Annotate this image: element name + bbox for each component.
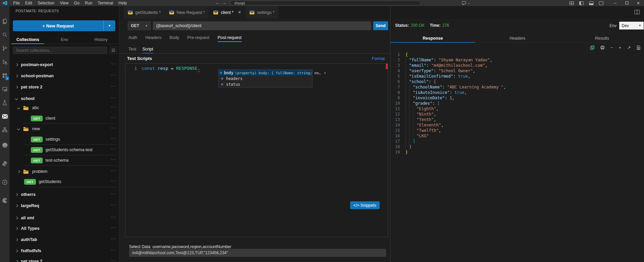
request-test-schema[interactable]: GETtest-schema··· — [9, 156, 119, 165]
tab-test[interactable]: Test — [128, 47, 136, 54]
row-actions-icon[interactable]: ··· — [111, 146, 116, 151]
request-getstudents[interactable]: GETgetStudents··· — [9, 177, 119, 186]
open-external-icon[interactable]: ↗ — [627, 45, 631, 50]
menu-selection[interactable]: Selection — [35, 0, 57, 6]
collection-fsdfsdfsfs[interactable]: fsdfsdfsfs··· — [9, 246, 119, 255]
autocomplete-item-body[interactable]: ⊘body(property) body: { fullName: string… — [219, 70, 312, 76]
source-control-icon[interactable] — [0, 43, 9, 54]
toggle-sidebar-icon[interactable] — [579, 1, 584, 5]
menu-go[interactable]: Go — [71, 0, 82, 6]
copy-icon[interactable] — [590, 45, 595, 50]
format-link[interactable]: Format — [372, 56, 385, 61]
copilot-dropdown-icon[interactable]: ⌄ — [467, 2, 470, 5]
row-actions-icon[interactable]: ··· — [111, 104, 116, 109]
editor-tab-getstudents[interactable]: getStudents * — [124, 6, 165, 19]
row-actions-icon[interactable]: ··· — [111, 178, 116, 183]
autocomplete-item-headers[interactable]: ⊘headers — [219, 76, 312, 81]
collection-all-xml[interactable]: all xml··· — [9, 214, 119, 222]
monkey-icon[interactable] — [0, 140, 9, 150]
autocomplete-item-status[interactable]: ⊘status — [219, 81, 312, 87]
row-actions-icon[interactable]: ··· — [111, 136, 116, 141]
method-dropdown[interactable]: GET ▼ — [128, 21, 151, 30]
row-actions-icon[interactable]: ··· — [111, 236, 116, 241]
run-debug-icon[interactable] — [0, 57, 9, 67]
window-restore-button[interactable] — [621, 1, 632, 5]
editor-tab-newrequest[interactable]: New Request * — [165, 6, 209, 19]
python-icon[interactable] — [0, 159, 9, 169]
url-input[interactable] — [153, 21, 371, 30]
select-data-input[interactable] — [129, 249, 386, 257]
editor-tab-client[interactable]: client *✕ — [209, 6, 245, 19]
send-button[interactable]: Send — [373, 21, 388, 30]
request-settings[interactable]: GETsettings··· — [9, 135, 119, 144]
collection-postman-export[interactable]: postman-export··· — [9, 60, 119, 69]
command-center-search[interactable]: shyapi — [230, 1, 420, 5]
row-actions-icon[interactable]: ··· — [111, 61, 116, 66]
response-tab-results[interactable]: Results — [560, 34, 644, 42]
row-actions-icon[interactable]: ··· — [111, 125, 116, 130]
collection-school-postman[interactable]: school-postman··· — [9, 72, 119, 80]
extensions-icon[interactable]: 1 — [0, 70, 9, 81]
collections-menu-button[interactable] — [110, 47, 117, 54]
toggle-panel-icon[interactable] — [589, 1, 593, 5]
copilot-icon[interactable]: ⌄ — [462, 1, 474, 5]
sidebar-tab-collections[interactable]: Collections — [9, 35, 46, 44]
window-minimize-button[interactable]: ─ — [609, 1, 621, 5]
expand-plus-icon[interactable]: + — [619, 45, 622, 50]
sidebar-tab-env[interactable]: Env — [46, 35, 83, 44]
close-icon[interactable]: ✕ — [238, 10, 241, 15]
customize-layout-icon[interactable] — [569, 1, 574, 5]
folder-new[interactable]: new··· — [9, 124, 119, 133]
row-actions-icon[interactable]: ··· — [111, 95, 116, 100]
sidebar-tab-history[interactable]: History — [83, 35, 119, 44]
request-client[interactable]: GETclient··· — [9, 114, 119, 123]
window-close-button[interactable]: ✕ — [632, 1, 644, 5]
row-actions-icon[interactable]: ··· — [111, 191, 116, 196]
collection-authtab[interactable]: authTab··· — [9, 235, 119, 244]
testing-icon[interactable] — [0, 98, 9, 108]
tab-body[interactable]: Body — [169, 35, 179, 42]
row-actions-icon[interactable]: ··· — [111, 157, 116, 162]
row-actions-icon[interactable]: ··· — [111, 225, 116, 230]
menu-run[interactable]: Run — [82, 0, 95, 6]
menu-edit[interactable]: Edit — [22, 0, 35, 6]
menu-view[interactable]: View — [57, 0, 71, 6]
chevron-right-icon[interactable]: › — [324, 70, 326, 75]
row-actions-icon[interactable]: ··· — [111, 258, 116, 262]
row-actions-icon[interactable]: ··· — [111, 202, 116, 207]
response-tab-response[interactable]: Response — [390, 34, 475, 42]
explorer-icon[interactable] — [0, 16, 9, 26]
editor-tab-settings[interactable]: settings * — [245, 6, 279, 19]
tab-headers[interactable]: Headers — [145, 35, 161, 42]
search-collections-input[interactable] — [13, 47, 107, 54]
tab-auth[interactable]: Auth — [128, 35, 137, 42]
collapse-minus-icon[interactable]: − — [610, 45, 613, 50]
request-getstudents-schema-test[interactable]: GETgetStudents-schema-test··· — [9, 145, 119, 154]
menu-file[interactable]: File — [11, 0, 22, 6]
tab-script[interactable]: Script — [142, 47, 153, 54]
postmate-mail-icon[interactable] — [0, 111, 9, 121]
row-actions-icon[interactable]: ··· — [111, 73, 116, 77]
collection-all-types[interactable]: All Types··· — [9, 224, 119, 233]
search-icon[interactable] — [0, 30, 9, 40]
split-editor-icon[interactable] — [635, 10, 640, 14]
collection-school[interactable]: school··· — [9, 94, 119, 103]
response-tab-headers[interactable]: Headers — [475, 34, 560, 42]
new-request-label[interactable]: + New Request — [13, 20, 104, 31]
pacman-icon[interactable] — [0, 195, 9, 205]
nav-forward-icon[interactable]: → — [221, 0, 227, 5]
toggle-secondary-sidebar-icon[interactable] — [599, 1, 603, 5]
collection-pet-store-2[interactable]: pet store 2··· — [9, 83, 119, 92]
script-code-editor[interactable]: 1 const resp = RESPONSE. </> Snippets — [125, 63, 388, 237]
tab-pre-request[interactable]: Pre-request — [187, 35, 209, 42]
document-icon[interactable] — [637, 45, 641, 50]
row-actions-icon[interactable]: ··· — [111, 168, 116, 173]
row-actions-icon[interactable]: ··· — [111, 84, 116, 88]
folder-problem[interactable]: problem··· — [9, 167, 119, 176]
new-request-button[interactable]: + New Request ▼ — [13, 20, 115, 31]
collection-largereq[interactable]: largeReq··· — [9, 201, 119, 210]
env-select[interactable]: Dev ▼ — [619, 22, 644, 29]
row-actions-icon[interactable]: ··· — [111, 247, 116, 252]
print-icon[interactable] — [600, 45, 605, 50]
thunder-client-icon[interactable] — [0, 177, 9, 187]
